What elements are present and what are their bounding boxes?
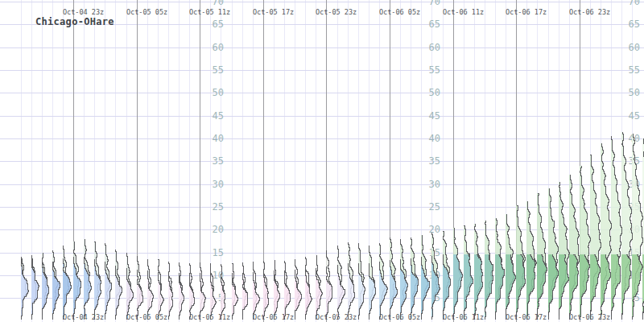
violin-slot xyxy=(115,250,122,320)
violin-fill xyxy=(464,254,473,320)
violin-slot xyxy=(337,246,345,320)
violin-slot xyxy=(559,182,569,320)
violin-slot xyxy=(474,224,482,320)
violin-slot xyxy=(242,262,247,320)
violin-slot xyxy=(253,262,259,320)
violin-slot xyxy=(443,231,450,320)
violin-slot xyxy=(200,262,205,320)
violin-slot xyxy=(52,250,60,320)
violin-slot xyxy=(147,259,153,320)
violin-slot xyxy=(485,221,493,320)
violin-slot xyxy=(63,246,71,320)
violin-slot xyxy=(348,242,354,320)
violin-slot xyxy=(369,246,375,320)
violin-slot xyxy=(168,262,172,320)
violin-slot xyxy=(379,243,387,320)
violin-fill xyxy=(506,254,515,320)
violin-slot xyxy=(516,205,525,320)
violin-slot xyxy=(210,263,216,320)
violin-slot xyxy=(537,193,547,320)
violin-slot xyxy=(274,260,279,320)
violin-slot xyxy=(506,214,515,320)
violin-slot xyxy=(316,255,322,320)
violin-layer xyxy=(0,0,644,322)
violin-slot xyxy=(390,237,397,320)
violin-fill xyxy=(580,254,589,320)
violin-slot xyxy=(84,239,91,320)
violin-slot xyxy=(305,257,312,320)
violin-slot xyxy=(632,134,642,320)
violin-slot xyxy=(232,263,237,320)
ensemble-meteogram: Oct-04 23zOct-04 23zOct-05 05zOct-05 05z… xyxy=(0,0,644,322)
violin-slot xyxy=(569,175,579,320)
violin-slot xyxy=(94,242,101,320)
violin-slot xyxy=(31,255,39,320)
violin-slot xyxy=(601,143,611,320)
violin-slot xyxy=(126,253,133,320)
violin-slot xyxy=(431,233,440,320)
violin-slot xyxy=(548,188,558,320)
violin-slot xyxy=(611,136,621,320)
violin-slot xyxy=(189,263,194,320)
violin-slot xyxy=(42,253,48,320)
violin-slot xyxy=(400,239,407,320)
violin-slot xyxy=(326,250,332,320)
violin-slot xyxy=(73,242,80,320)
violin-slot xyxy=(453,228,462,320)
violin-slot xyxy=(221,264,225,320)
violin-slot xyxy=(495,218,504,320)
violin-slot xyxy=(411,237,418,320)
violin-slot xyxy=(295,259,301,320)
violin-slot xyxy=(580,166,590,320)
violin-slot xyxy=(590,155,601,320)
violin-slot xyxy=(358,243,365,320)
violin-slot xyxy=(158,259,163,320)
violin-slot xyxy=(284,261,290,320)
violin-fill xyxy=(495,254,504,320)
violin-slot xyxy=(105,243,111,320)
violin-slot xyxy=(421,235,429,320)
violin-slot xyxy=(464,225,473,320)
violin-slot xyxy=(621,132,632,320)
violin-slot xyxy=(179,262,184,320)
violin-slot xyxy=(526,201,536,320)
violin-slot xyxy=(137,256,142,320)
violin-slot xyxy=(21,257,28,320)
violin-slot xyxy=(263,261,268,320)
